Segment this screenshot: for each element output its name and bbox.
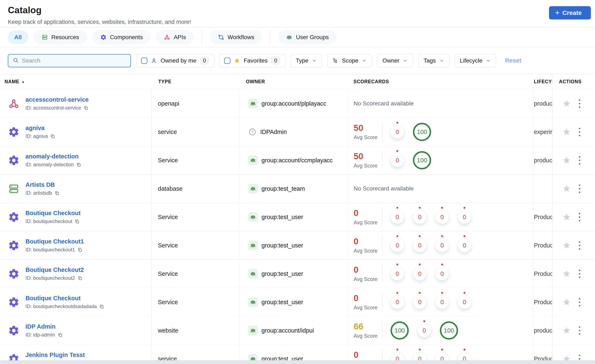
favorite-star-icon[interactable] xyxy=(562,326,571,335)
scorecard-gauge[interactable]: 0 xyxy=(435,295,449,309)
scorecard-gauge[interactable]: 0 xyxy=(390,210,404,224)
scorecard-gauge[interactable]: 0 xyxy=(413,210,426,224)
entity-icon xyxy=(8,268,20,280)
scope-dropdown[interactable]: Scope xyxy=(327,54,372,67)
entity-name-link[interactable]: Boutique Checkout1 xyxy=(26,238,84,245)
type-dropdown[interactable]: Type xyxy=(291,54,322,67)
owned-by-me-checkbox[interactable] xyxy=(141,57,147,64)
reset-filters-link[interactable]: Reset xyxy=(505,57,521,64)
entity-name-link[interactable]: Boutique Checkout xyxy=(26,210,81,217)
scorecard-gauge[interactable]: 0 xyxy=(390,154,404,167)
favorite-star-icon[interactable] xyxy=(562,156,571,165)
favorite-star-icon[interactable] xyxy=(562,355,571,360)
row-menu-icon[interactable] xyxy=(578,126,581,138)
copy-icon[interactable] xyxy=(78,276,82,280)
scrollbar-thumb[interactable] xyxy=(0,360,595,364)
scorecard-gauge[interactable]: 100 xyxy=(390,321,409,340)
favorite-star-icon[interactable] xyxy=(562,241,571,250)
scorecard-gauge[interactable]: 0 xyxy=(390,125,404,139)
row-menu-icon[interactable] xyxy=(578,211,581,223)
row-menu-icon[interactable] xyxy=(578,239,581,252)
scorecard-gauge[interactable]: 0 xyxy=(390,238,404,252)
row-menu-icon[interactable] xyxy=(578,296,581,308)
copy-icon[interactable] xyxy=(76,162,81,167)
scorecard-gauge[interactable]: 0 xyxy=(458,352,471,360)
tab-components[interactable]: Components xyxy=(92,31,151,44)
tab-apis[interactable]: APIs xyxy=(156,31,193,44)
owner-dropdown[interactable]: Owner xyxy=(377,54,413,67)
owned-by-me-label: Owned by me xyxy=(161,57,196,64)
group-icon xyxy=(248,241,258,250)
row-menu-icon[interactable] xyxy=(578,353,581,360)
row-menu-icon[interactable] xyxy=(578,324,581,337)
entity-name-link[interactable]: Boutique Checkout2 xyxy=(26,266,84,273)
scorecard-gauge[interactable]: 100 xyxy=(413,151,431,169)
search-input[interactable] xyxy=(22,57,126,64)
create-button[interactable]: + Create xyxy=(549,6,591,20)
favorite-star-icon[interactable] xyxy=(562,184,571,193)
entity-name-link[interactable]: anomaly-detection xyxy=(26,153,81,160)
row-menu-icon[interactable] xyxy=(578,154,581,167)
entity-type: Service xyxy=(158,214,178,221)
gauge-marker-dot xyxy=(397,349,398,350)
favorites-filter[interactable]: Favorites 0 xyxy=(220,54,285,67)
copy-icon[interactable] xyxy=(99,304,104,309)
scorecard-gauge[interactable]: 0 xyxy=(458,210,471,224)
copy-icon[interactable] xyxy=(75,219,79,224)
scorecard-gauge[interactable]: 0 xyxy=(458,295,471,309)
group-icon xyxy=(248,297,258,307)
scorecards-cell: 0Avg Score000 xyxy=(348,260,533,288)
search-box[interactable] xyxy=(8,54,131,67)
copy-icon[interactable] xyxy=(78,247,82,252)
scorecard-gauge[interactable]: 0 xyxy=(413,352,426,360)
row-menu-icon[interactable] xyxy=(578,98,581,110)
scorecard-gauge[interactable]: 0 xyxy=(435,210,449,224)
scorecard-gauge[interactable]: 0 xyxy=(413,267,426,280)
score-divider xyxy=(382,208,383,226)
scorecard-gauge[interactable]: 0 xyxy=(390,295,404,309)
favorite-star-icon[interactable] xyxy=(562,269,571,278)
tab-workflows[interactable]: Workflows xyxy=(210,31,262,44)
scorecard-gauge[interactable]: 0 xyxy=(418,324,431,337)
favorites-checkbox[interactable] xyxy=(224,57,230,64)
scorecard-gauge[interactable]: 0 xyxy=(458,238,471,252)
entity-name-link[interactable]: Jenkins Plugin Tesst xyxy=(26,352,85,358)
scorecard-gauge[interactable]: 0 xyxy=(435,267,449,280)
tab-resources[interactable]: Resources xyxy=(34,31,87,44)
favorite-star-icon[interactable] xyxy=(562,213,571,221)
scorecard-gauge[interactable]: 0 xyxy=(413,295,426,309)
scorecard-gauge[interactable]: 0 xyxy=(435,352,449,360)
scorecard-gauge[interactable]: 100 xyxy=(413,123,431,141)
horizontal-scrollbar[interactable] xyxy=(0,360,595,364)
tags-dropdown[interactable]: Tags xyxy=(418,54,449,67)
scorecards-cell: 66Avg Score1000100 xyxy=(348,316,533,344)
copy-icon[interactable] xyxy=(58,332,63,337)
entity-name-link[interactable]: agniva xyxy=(26,125,55,132)
catalog-kind-tabs: All Resources Components APIs Workflows … xyxy=(0,27,595,47)
scorecard-gauge[interactable]: 0 xyxy=(435,238,449,252)
entity-name-link[interactable]: accesscontrol-service xyxy=(26,96,89,103)
favorite-star-icon[interactable] xyxy=(562,298,571,307)
score-divider xyxy=(382,321,383,340)
favorite-star-icon[interactable] xyxy=(562,99,571,108)
entity-name-link[interactable]: Boutique Checkout xyxy=(26,295,104,302)
copy-icon[interactable] xyxy=(50,134,55,139)
row-menu-icon[interactable] xyxy=(578,183,581,195)
tab-all[interactable]: All xyxy=(8,31,28,44)
scorecard-gauge[interactable]: 0 xyxy=(390,352,404,360)
favorite-star-icon[interactable] xyxy=(562,127,571,136)
owner-label: group:account/ccmplayacc xyxy=(262,157,333,164)
tab-user-groups[interactable]: User Groups xyxy=(278,31,336,44)
owned-by-me-filter[interactable]: Owned by me 0 xyxy=(136,54,214,67)
column-header-name[interactable]: NAME ▲ xyxy=(0,74,151,89)
entity-name-link[interactable]: Artists DB xyxy=(26,181,59,188)
scorecard-gauge[interactable]: 100 xyxy=(440,321,458,340)
lifecycle-dropdown[interactable]: Lifecycle xyxy=(455,54,496,67)
copy-icon[interactable] xyxy=(84,105,88,110)
scorecard-gauge[interactable]: 0 xyxy=(413,238,426,252)
scorecard-gauge[interactable]: 0 xyxy=(390,267,404,280)
row-menu-icon[interactable] xyxy=(578,268,581,280)
entity-type: openapi xyxy=(158,100,179,107)
copy-icon[interactable] xyxy=(55,190,59,196)
entity-name-link[interactable]: IDP Admin xyxy=(26,323,63,330)
